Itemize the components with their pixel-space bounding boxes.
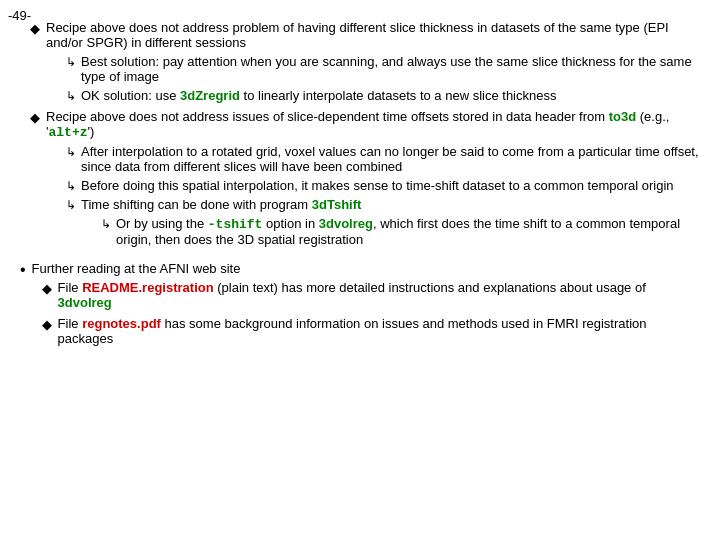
sub-content-2-1: After interpolation to a rotated grid, v… (81, 144, 700, 174)
sub-content-2-3: Time shifting can be done with program 3… (81, 197, 700, 247)
sub-text-1-2b: to linearly interpolate datasets to a ne… (240, 88, 557, 103)
arrow-icon-2-2: ↳ (66, 179, 76, 193)
bullet-content: Further reading at the AFNI web site ◆ F… (32, 261, 700, 352)
section-1: ◆ Recipe above does not address problem … (20, 20, 700, 247)
diamond-icon-b1: ◆ (42, 281, 52, 296)
sub-text-1-2a: OK solution: use (81, 88, 180, 103)
sub-content-1-1: Best solution: pay attention when you ar… (81, 54, 700, 84)
sub-content-2-2: Before doing this spatial interpolation,… (81, 178, 700, 193)
code-tshift: -tshift (208, 217, 263, 232)
bullet-sub-item-1: ◆ File README.registration (plain text) … (42, 280, 700, 310)
sub-item-2-3: ↳ Time shifting can be done with program… (66, 197, 700, 247)
diamond-text-2c: ') (88, 124, 95, 139)
sub-text-2-1: After interpolation to a rotated grid, v… (81, 144, 699, 174)
bullet-section: • Further reading at the AFNI web site ◆… (20, 261, 700, 352)
code-readme: README.registration (82, 280, 213, 295)
sub-item-2-1: ↳ After interpolation to a rotated grid,… (66, 144, 700, 174)
sub-item-2-2: ↳ Before doing this spatial interpolatio… (66, 178, 700, 193)
arrow-icon-2-3: ↳ (66, 198, 76, 212)
sub-sub-text-1a: Or by using the (116, 216, 208, 231)
sub-sub-content-1: Or by using the -tshift option in 3dvolr… (116, 216, 700, 247)
code-3dvolreg-2: 3dvolreg (58, 295, 112, 310)
code-3dtshift: 3dTshift (312, 197, 362, 212)
diamond-item-1: ◆ Recipe above does not address problem … (30, 20, 700, 103)
arrow-icon-2-1: ↳ (66, 145, 76, 159)
sub-sub-item-1: ↳ Or by using the -tshift option in 3dvo… (101, 216, 700, 247)
diamond-content-1: Recipe above does not address problem of… (46, 20, 700, 103)
diamond-text-1: Recipe above does not address problem of… (46, 20, 669, 50)
bullet-main-text: Further reading at the AFNI web site (32, 261, 241, 276)
diamond-icon-b2: ◆ (42, 317, 52, 332)
bullet-text-1a: File (58, 280, 83, 295)
bullet-sub-content-1: File README.registration (plain text) ha… (58, 280, 700, 310)
sub-item-1-2: ↳ OK solution: use 3dZregrid to linearly… (66, 88, 700, 103)
arrow-icon-1-1: ↳ (66, 55, 76, 69)
diamond-item-2: ◆ Recipe above does not address issues o… (30, 109, 700, 247)
bullet-text-1b: (plain text) has more detailed instructi… (214, 280, 646, 295)
sub-sub-arrow-1: ↳ (101, 217, 111, 231)
arrow-icon-1-2: ↳ (66, 89, 76, 103)
diamond-icon-2: ◆ (30, 110, 40, 125)
sub-text-2-2: Before doing this spatial interpolation,… (81, 178, 674, 193)
code-3dvolreg-1: 3dvolreg (319, 216, 373, 231)
diamond-text-2a: Recipe above does not address issues of … (46, 109, 609, 124)
bullet-icon: • (20, 261, 26, 279)
diamond-icon-1: ◆ (30, 21, 40, 36)
bullet-sub-content-2: File regnotes.pdf has some background in… (58, 316, 700, 346)
bullet-sub-items: ◆ File README.registration (plain text) … (42, 280, 700, 346)
code-altz: alt+z (48, 125, 87, 140)
diamond-content-2: Recipe above does not address issues of … (46, 109, 700, 247)
bullet-text-2a: File (58, 316, 83, 331)
code-to3d: to3d (609, 109, 636, 124)
sub-text-2-3a: Time shifting can be done with program (81, 197, 312, 212)
sub-content-1-2: OK solution: use 3dZregrid to linearly i… (81, 88, 700, 103)
code-3dzregrid: 3dZregrid (180, 88, 240, 103)
sub-text-1-1: Best solution: pay attention when you ar… (81, 54, 692, 84)
sub-item-1-1: ↳ Best solution: pay attention when you … (66, 54, 700, 84)
code-regnotes: regnotes.pdf (82, 316, 161, 331)
main-content: ◆ Recipe above does not address problem … (20, 20, 700, 530)
sub-sub-text-1b: option in (262, 216, 318, 231)
bullet-sub-item-2: ◆ File regnotes.pdf has some background … (42, 316, 700, 346)
